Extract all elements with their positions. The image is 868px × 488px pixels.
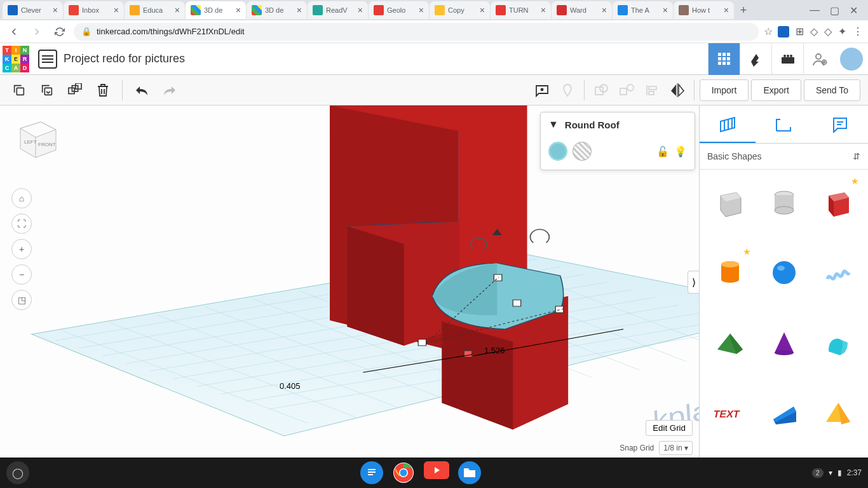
browser-tab[interactable]: Geolo× <box>369 1 429 19</box>
group-button[interactable] <box>590 79 613 102</box>
notes-tab[interactable] <box>812 105 868 143</box>
browser-tab[interactable]: The A× <box>613 1 673 19</box>
import-button[interactable]: Import <box>700 79 749 101</box>
browser-tab[interactable]: Clever× <box>3 1 63 19</box>
tab-close-icon[interactable]: × <box>419 5 424 15</box>
minimize-button[interactable]: — <box>810 4 820 17</box>
hole-swatch[interactable] <box>573 142 592 161</box>
fit-view-button[interactable]: ⛶ <box>11 214 32 234</box>
shape-round-roof[interactable] <box>813 316 863 370</box>
ortho-button[interactable]: ◳ <box>11 290 32 310</box>
extensions-icon[interactable]: ✦ <box>838 25 846 37</box>
design-list-button[interactable] <box>38 50 57 69</box>
reload-button[interactable] <box>51 23 69 41</box>
undo-button[interactable] <box>130 79 153 102</box>
files-app-icon[interactable] <box>458 461 481 484</box>
browser-tab[interactable]: 3D de× <box>186 1 246 19</box>
tab-close-icon[interactable]: × <box>175 5 180 15</box>
tab-close-icon[interactable]: × <box>480 5 485 15</box>
lock-icon[interactable]: 🔓 <box>656 146 669 158</box>
menu-icon[interactable]: ⋮ <box>853 25 863 37</box>
chrome-app-icon[interactable] <box>392 461 415 484</box>
browser-tab[interactable]: How t× <box>674 1 734 19</box>
close-window-button[interactable]: ✕ <box>850 4 858 17</box>
tab-close-icon[interactable]: × <box>297 5 302 15</box>
shape-box-hole[interactable] <box>705 175 755 229</box>
shape-scribble[interactable] <box>813 245 863 300</box>
forward-button[interactable] <box>28 23 46 41</box>
zoom-in-button[interactable]: + <box>11 239 32 259</box>
shape-cylinder[interactable]: ★ <box>705 245 755 300</box>
home-view-button[interactable]: ⌂ <box>11 188 32 208</box>
notes-button[interactable] <box>531 79 553 102</box>
dimension-width[interactable]: 0.405 <box>280 381 301 391</box>
youtube-app-icon[interactable] <box>424 461 449 479</box>
sidebar-collapse-handle[interactable]: ⟩ <box>688 271 699 294</box>
visibility-button[interactable] <box>556 79 579 102</box>
browser-tab[interactable]: TURN× <box>491 1 551 19</box>
bricks-mode-button[interactable] <box>740 43 771 75</box>
tab-close-icon[interactable]: × <box>53 5 58 15</box>
align-button[interactable] <box>641 79 663 102</box>
browser-tab[interactable]: ReadV× <box>308 1 368 19</box>
maximize-button[interactable]: ▢ <box>830 4 839 17</box>
snap-grid-select[interactable]: 1/8 in ▾ <box>659 441 693 455</box>
edit-grid-button[interactable]: Edit Grid <box>646 420 693 436</box>
shape-text[interactable]: TEXT <box>705 386 755 440</box>
browser-tab[interactable]: 3D de× <box>247 1 307 19</box>
status-area[interactable]: 2 ▾ ▮ 2:37 <box>812 468 862 478</box>
blocks-mode-button[interactable] <box>708 43 740 75</box>
invite-button[interactable] <box>803 43 835 75</box>
shape-box[interactable]: ★ <box>813 175 863 229</box>
browser-tab[interactable]: Copy× <box>430 1 490 19</box>
back-button[interactable] <box>5 23 23 41</box>
tab-close-icon[interactable]: × <box>724 5 729 15</box>
user-avatar[interactable] <box>840 48 863 71</box>
tab-close-icon[interactable]: × <box>236 5 241 15</box>
shape-category-selector[interactable]: Basic Shapes ⇵ <box>700 144 868 170</box>
shape-cone[interactable] <box>759 316 809 370</box>
browser-tab[interactable]: Ward× <box>552 1 612 19</box>
ruler-tab[interactable] <box>756 105 811 143</box>
shape-wedge[interactable] <box>759 386 809 440</box>
dimension-depth[interactable]: 1.526 <box>484 346 505 355</box>
ungroup-button[interactable] <box>615 79 638 102</box>
collapse-panel-icon[interactable]: ▼ <box>548 119 559 130</box>
paste-button[interactable] <box>36 79 58 102</box>
tinkercad-logo[interactable]: TIN KER CAD <box>0 43 32 75</box>
tab-close-icon[interactable]: × <box>602 5 607 15</box>
shape-roof[interactable] <box>705 316 755 370</box>
tab-close-icon[interactable]: × <box>541 5 546 15</box>
export-button[interactable]: Export <box>751 79 801 101</box>
shape-pyramid[interactable] <box>813 386 863 440</box>
ext-icon-shield[interactable]: ◇ <box>810 25 818 37</box>
send-to-button[interactable]: Send To <box>804 79 860 101</box>
ext-icon-1[interactable] <box>778 26 789 37</box>
docs-app-icon[interactable] <box>360 461 383 484</box>
ext-icon-qr[interactable]: ⊞ <box>796 25 804 37</box>
duplicate-button[interactable] <box>64 79 86 102</box>
ext-icon-4[interactable]: ◇ <box>824 25 832 37</box>
lego-mode-button[interactable] <box>771 43 803 75</box>
tab-close-icon[interactable]: × <box>114 5 119 15</box>
url-field[interactable]: 🔒 tinkercad.com/things/dWhF21fXnDL/edit <box>74 23 759 41</box>
viewcube[interactable]: LEFT FRONT <box>11 113 62 164</box>
workplane-tab[interactable] <box>700 105 756 143</box>
browser-tab[interactable]: Educa× <box>125 1 185 19</box>
copy-button[interactable] <box>8 79 31 102</box>
launcher-button[interactable]: ◯ <box>6 461 29 484</box>
lightbulb-icon[interactable]: 💡 <box>674 146 687 158</box>
tab-close-icon[interactable]: × <box>663 5 668 15</box>
new-tab-button[interactable]: + <box>735 1 752 19</box>
project-title[interactable]: Project redo for pictures <box>64 52 185 65</box>
zoom-out-button[interactable]: − <box>11 264 32 285</box>
browser-tab[interactable]: Inbox× <box>64 1 124 19</box>
mirror-button[interactable] <box>666 79 689 102</box>
shape-cylinder-hole[interactable] <box>759 175 809 229</box>
star-icon[interactable]: ☆ <box>764 25 773 37</box>
solid-color-swatch[interactable] <box>548 142 567 161</box>
redo-button[interactable] <box>158 79 181 102</box>
delete-button[interactable] <box>92 79 114 102</box>
tab-close-icon[interactable]: × <box>358 5 363 15</box>
shape-sphere[interactable] <box>759 245 809 300</box>
